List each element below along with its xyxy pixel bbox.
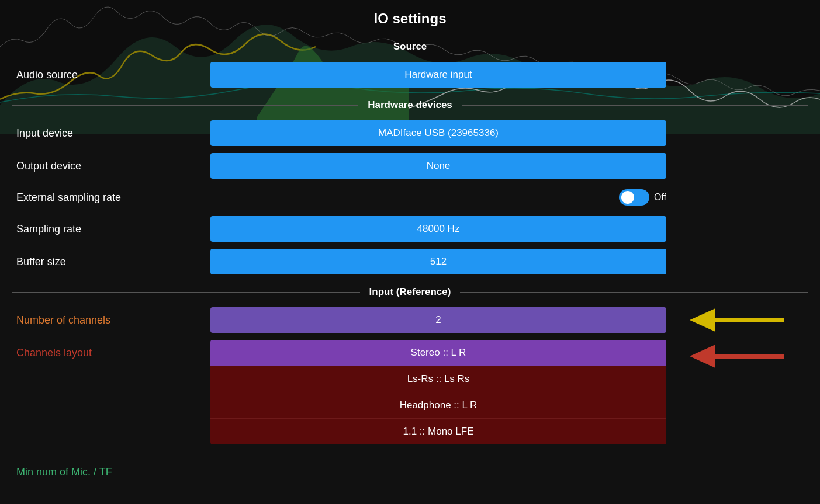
input-ref-section-title: Input (Reference) [360, 286, 461, 298]
channels-layout-row: Channels layout Stereo :: L R Ls-Rs :: L… [12, 336, 678, 444]
external-sampling-row: External sampling rate Off [12, 182, 808, 213]
channels-layout-container: Channels layout Stereo :: L R Ls-Rs :: L… [12, 336, 808, 444]
buffer-size-button[interactable]: 512 [210, 249, 666, 274]
channels-layout-option-2[interactable]: 1.1 :: Mono LFE [210, 418, 666, 444]
input-ref-line-left [12, 292, 360, 293]
input-ref-line-right [460, 292, 808, 293]
audio-source-label: Audio source [12, 69, 210, 81]
audio-source-button[interactable]: Hardware input [210, 62, 666, 88]
channels-layout-control: Stereo :: L R Ls-Rs :: Ls Rs Headphone :… [210, 340, 666, 444]
buffer-size-label: Buffer size [12, 256, 210, 268]
output-device-control: None [210, 153, 666, 179]
input-device-button[interactable]: MADIface USB (23965336) [210, 120, 666, 146]
buffer-size-control: 512 [210, 249, 666, 274]
red-arrow-head [690, 345, 715, 368]
sampling-rate-row: Sampling rate 48000 Hz [12, 213, 808, 245]
sampling-rate-button[interactable]: 48000 Hz [210, 216, 666, 242]
buffer-size-row: Buffer size 512 [12, 245, 808, 278]
channels-layout-dropdown: Stereo :: L R Ls-Rs :: Ls Rs Headphone :… [210, 340, 666, 444]
yellow-arrow-head [690, 308, 715, 332]
input-device-control: MADIface USB (23965336) [210, 120, 666, 146]
output-device-row: Output device None [12, 150, 808, 182]
page-title: IO settings [12, 0, 808, 33]
section-line-left [12, 47, 384, 47]
input-ref-section-header: Input (Reference) [12, 286, 808, 298]
audio-source-row: Audio source Hardware input [12, 58, 808, 91]
num-channels-container: Number of channels 2 [12, 304, 808, 336]
num-channels-row: Number of channels 2 [12, 304, 678, 336]
hardware-section-title: Hardware devices [358, 99, 462, 111]
toggle-state-label: Off [654, 192, 666, 203]
output-device-label: Output device [12, 160, 210, 172]
external-sampling-control: Off [210, 189, 666, 206]
yellow-arrow-stem [714, 318, 784, 322]
bottom-divider [12, 454, 808, 454]
num-channels-label: Number of channels [12, 314, 210, 326]
external-sampling-toggle[interactable] [619, 189, 649, 206]
channels-layout-label: Channels layout [12, 340, 210, 359]
input-device-row: Input device MADIface USB (23965336) [12, 117, 808, 150]
settings-panel: IO settings Source Audio source Hardware… [0, 0, 820, 499]
channels-layout-selected[interactable]: Stereo :: L R [210, 340, 666, 366]
sampling-rate-control: 48000 Hz [210, 216, 666, 242]
min-num-label: Min num of Mic. / TF [12, 466, 210, 478]
source-section-header: Source [12, 41, 808, 53]
source-section-title: Source [384, 41, 437, 53]
section-line-right [436, 47, 808, 47]
toggle-wrapper: Off [210, 189, 666, 206]
channels-layout-option-0[interactable]: Ls-Rs :: Ls Rs [210, 366, 666, 392]
min-num-row: Min num of Mic. / TF [12, 457, 808, 487]
channels-layout-wrapper: Channels layout Stereo :: L R Ls-Rs :: L… [12, 336, 678, 444]
input-device-label: Input device [12, 127, 210, 140]
output-device-button[interactable]: None [210, 153, 666, 179]
audio-source-control: Hardware input [210, 62, 666, 88]
yellow-arrow-annotation [690, 308, 784, 332]
sampling-rate-label: Sampling rate [12, 223, 210, 235]
external-sampling-label: External sampling rate [12, 192, 210, 204]
toggle-thumb [621, 191, 634, 204]
red-arrow-annotation [690, 336, 784, 368]
red-arrow-stem [714, 354, 784, 359]
num-channels-button[interactable]: 2 [210, 307, 666, 333]
hw-line-right [462, 105, 808, 106]
num-channels-control: 2 [210, 307, 666, 333]
channels-layout-option-1[interactable]: Headphone :: L R [210, 392, 666, 418]
hw-line-left [12, 105, 358, 106]
hardware-section-header: Hardware devices [12, 99, 808, 111]
